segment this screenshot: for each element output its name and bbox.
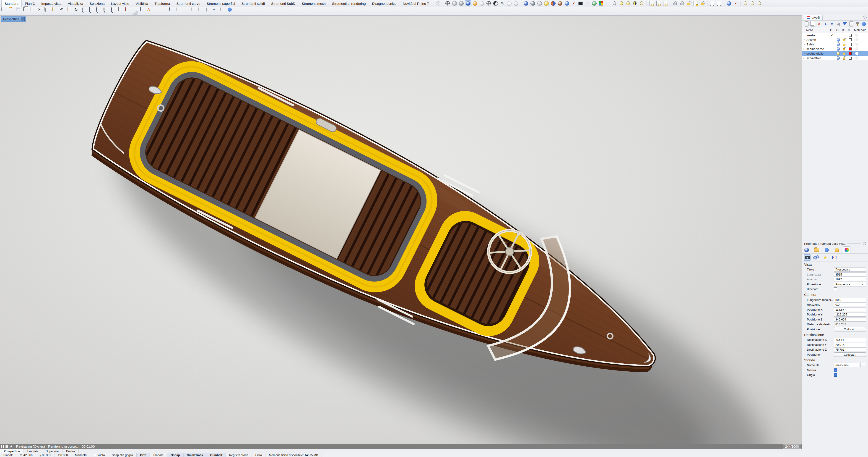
- layer-tools-icon[interactable]: [855, 21, 860, 27]
- ring-sphere-icon[interactable]: [543, 0, 550, 6]
- post-effects-icon[interactable]: [5, 445, 8, 448]
- value-field[interactable]: -229.255: [834, 312, 866, 317]
- value-field[interactable]: 75.781: [834, 347, 866, 352]
- toolbar-options-gear[interactable]: [436, 0, 440, 7]
- zoom-extents-icon[interactable]: [111, 7, 118, 15]
- move-widget-icon[interactable]: +: [213, 7, 220, 15]
- copy-icon[interactable]: [45, 7, 53, 15]
- add-viewport-icon[interactable]: +: [79, 449, 85, 453]
- value-field[interactable]: 118.677: [834, 308, 866, 312]
- status-cell-x-42-066[interactable]: x -42.066: [17, 453, 36, 457]
- favorites-star-icon[interactable]: ★: [822, 254, 829, 261]
- raytraced-mode-icon[interactable]: [523, 0, 529, 6]
- clipping-off-icon[interactable]: ×: [570, 0, 577, 6]
- column-header-2[interactable]: O..: [835, 28, 841, 32]
- zoom-window-icon[interactable]: [96, 7, 103, 15]
- menu-tab-strumenti-subd[interactable]: Strumenti SubD: [268, 0, 299, 7]
- lock-swap-icon[interactable]: [699, 0, 706, 6]
- menu-tab-pianic[interactable]: PianiC: [22, 0, 38, 7]
- menu-tab-visualizza[interactable]: Visualizza: [65, 0, 86, 7]
- lock-in-detail-icon[interactable]: [692, 0, 699, 6]
- lock-selected-icon[interactable]: [686, 0, 692, 6]
- delete-layer-icon[interactable]: ×: [816, 21, 822, 27]
- new-sublayer-icon[interactable]: [810, 21, 815, 27]
- xray-mode-icon[interactable]: [486, 0, 492, 6]
- column-header-1[interactable]: C...: [829, 28, 835, 32]
- move-up-icon[interactable]: ▲: [823, 21, 828, 27]
- status-cell-smarttrack[interactable]: SmartTrack: [184, 453, 207, 457]
- checkbox-grigio[interactable]: ✓: [834, 373, 837, 377]
- viewport-title-tab[interactable]: Prospettica ▼: [1, 16, 26, 22]
- rainbow-sphere-icon[interactable]: [177, 7, 184, 15]
- status-cell-osnap[interactable]: Osnap: [167, 453, 183, 457]
- folder-tab-icon[interactable]: [813, 247, 820, 253]
- pen-mode-icon[interactable]: ✎: [499, 0, 506, 6]
- rotate-view-icon[interactable]: ↻: [74, 7, 82, 15]
- menu-tab-strumenti-superfici[interactable]: Strumenti superfici: [204, 0, 238, 7]
- settings-gear-icon[interactable]: [206, 7, 213, 15]
- view-tab-destra[interactable]: Destra: [62, 449, 79, 453]
- layer-visibility-cell[interactable]: [835, 56, 841, 60]
- shaded-dark-mode-icon[interactable]: [458, 0, 465, 6]
- wallpaper-frame-icon[interactable]: [831, 254, 838, 261]
- filter-icon[interactable]: [842, 21, 847, 27]
- column-header-4[interactable]: C...: [847, 28, 853, 32]
- star-icon[interactable]: ★: [10, 445, 13, 449]
- current-layer-cell[interactable]: ✓: [829, 33, 835, 37]
- layer-visibility-cell[interactable]: [835, 52, 841, 55]
- layers-help-icon[interactable]: [861, 21, 867, 27]
- move-down-icon[interactable]: ▼: [829, 21, 835, 27]
- menu-tab-strumenti-solidi[interactable]: Strumenti solidi: [238, 0, 268, 7]
- help-doc-tab-icon[interactable]: [823, 247, 830, 253]
- layer-lock-cell[interactable]: [841, 56, 847, 60]
- menu-tab-seleziona[interactable]: Seleziona: [87, 0, 108, 7]
- layer-lock-cell[interactable]: [841, 38, 847, 41]
- lock-objects-icon[interactable]: [672, 0, 678, 6]
- status-cell-planare[interactable]: Planare: [150, 453, 167, 457]
- new-file-icon[interactable]: [1, 7, 9, 15]
- layer-lock-cell[interactable]: [841, 52, 847, 55]
- match-layer-icon[interactable]: [848, 21, 854, 27]
- swap-hidden-bulb-icon[interactable]: [632, 0, 638, 6]
- object-properties-tab-icon[interactable]: [803, 247, 810, 253]
- matte-sphere-icon[interactable]: [536, 0, 543, 6]
- layer-row-sebino-giallo[interactable]: >sebino giallo: [802, 51, 868, 56]
- open-file-icon[interactable]: [9, 7, 16, 15]
- viewport-layout-icon[interactable]: [118, 7, 125, 15]
- status-cell-filtro[interactable]: Filtro: [252, 453, 266, 457]
- artistic-mode-icon[interactable]: [492, 0, 499, 6]
- column-header-livello[interactable]: Livello: [802, 28, 829, 32]
- hide-in-detail-icon[interactable]: [648, 0, 655, 6]
- zoom-dynamic-icon[interactable]: [89, 7, 96, 15]
- layer-color-cell[interactable]: [847, 52, 853, 55]
- expand-chevron-icon[interactable]: >: [802, 43, 806, 46]
- status-cell-y-83-301[interactable]: y 83.301: [36, 453, 55, 457]
- shield-icon[interactable]: [169, 7, 177, 15]
- value-field[interactable]: 845.654: [834, 317, 866, 322]
- view-tab-superiore[interactable]: Superiore: [42, 449, 62, 453]
- expand-chevron-icon[interactable]: >: [802, 57, 806, 59]
- layers-panel-tab[interactable]: Livelli: [804, 15, 823, 20]
- layer-color-cell[interactable]: [847, 43, 853, 46]
- layer-row-Bahia[interactable]: >Bahia: [802, 42, 868, 47]
- layer-color-cell[interactable]: [847, 38, 853, 41]
- colloca-button[interactable]: Colloca...: [834, 352, 866, 357]
- expand-chevron-icon[interactable]: >: [802, 38, 806, 41]
- help-icon[interactable]: [227, 7, 235, 15]
- display-tab-icon[interactable]: [843, 247, 850, 253]
- show-in-detail-icon[interactable]: [655, 0, 661, 6]
- menu-tab-disegno-tecnico[interactable]: Disegno tecnico: [369, 0, 400, 7]
- clip-remove-icon[interactable]: ×: [733, 0, 739, 6]
- layer-lock-cell[interactable]: [841, 47, 847, 51]
- layer-color-cell[interactable]: [847, 34, 853, 37]
- zoom-selected-icon[interactable]: [103, 7, 111, 15]
- value-field[interactable]: 0.0: [834, 303, 866, 307]
- capture-monitor-icon[interactable]: [578, 0, 584, 6]
- isolate-objects-icon[interactable]: [709, 0, 715, 6]
- value-field[interactable]: 50.0: [834, 298, 866, 302]
- swap-in-detail-icon[interactable]: [662, 0, 669, 6]
- status-cell-vuoto[interactable]: vuoto: [90, 453, 108, 457]
- layer-row-sebino-verde[interactable]: >sebino verde: [802, 47, 868, 51]
- layer-material-cell[interactable]: [853, 43, 868, 46]
- pause-render-icon[interactable]: [1, 445, 4, 448]
